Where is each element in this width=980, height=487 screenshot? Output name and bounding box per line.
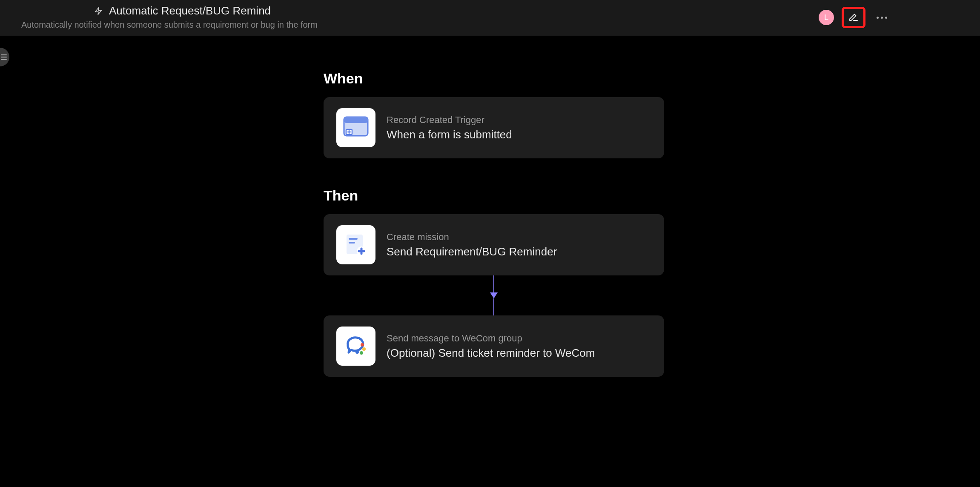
then-section-label: Then (324, 187, 358, 204)
automation-subtitle: Automatically notified when someone subm… (21, 20, 318, 30)
svg-point-13 (362, 347, 366, 351)
action-card-create-mission[interactable]: Create mission Send Requirement/BUG Remi… (324, 214, 664, 275)
form-trigger-icon (336, 108, 375, 147)
action-type-label: Send message to WeCom group (387, 333, 595, 344)
svg-point-12 (361, 343, 364, 347)
svg-point-15 (355, 350, 359, 354)
header-actions: L (819, 7, 891, 28)
edit-button[interactable] (842, 7, 865, 28)
lightning-icon (94, 6, 103, 16)
svg-point-14 (360, 351, 363, 355)
dots-icon (877, 17, 879, 19)
action-type-label: Create mission (387, 232, 557, 243)
action-card-wecom[interactable]: Send message to WeCom group (Optional) S… (324, 315, 664, 377)
when-section-label: When (324, 70, 363, 87)
header-left: Automatic Request/BUG Remind Automatical… (21, 4, 318, 30)
automation-canvas: When Record Created Trigger When a form … (324, 36, 980, 377)
trigger-title: When a form is submitted (387, 128, 512, 141)
avatar-initial: L (824, 13, 828, 22)
automation-title: Automatic Request/BUG Remind (109, 4, 271, 17)
hamburger-icon (1, 54, 7, 60)
action-title: Send Requirement/BUG Reminder (387, 245, 557, 258)
action-title: (Optional) Send ticket reminder to WeCom (387, 347, 595, 360)
trigger-type-label: Record Created Trigger (387, 115, 512, 126)
user-avatar[interactable]: L (819, 10, 834, 25)
svg-rect-2 (344, 117, 368, 123)
trigger-card[interactable]: Record Created Trigger When a form is su… (324, 97, 664, 158)
create-mission-icon (336, 225, 375, 264)
pencil-icon (848, 11, 859, 23)
header: Automatic Request/BUG Remind Automatical… (0, 0, 980, 36)
arrow-down-icon (490, 292, 498, 298)
wecom-icon (336, 327, 375, 366)
sidebar-toggle-button[interactable] (0, 48, 9, 66)
more-menu-button[interactable] (873, 13, 891, 22)
flow-connector (324, 275, 664, 315)
svg-marker-0 (95, 7, 102, 14)
